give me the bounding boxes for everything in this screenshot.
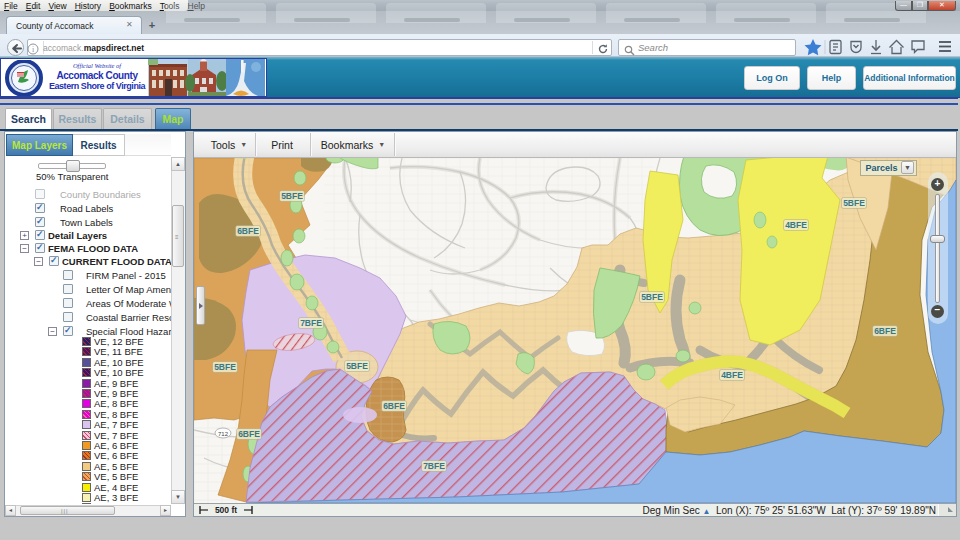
svg-text:6BFE: 6BFE <box>238 429 260 439</box>
svg-text:5BFE: 5BFE <box>214 362 236 372</box>
svg-text:6BFE: 6BFE <box>874 326 896 336</box>
svg-text:5BFE: 5BFE <box>843 198 865 208</box>
svg-text:5BFE: 5BFE <box>641 292 663 302</box>
svg-text:4BFE: 4BFE <box>785 220 807 230</box>
svg-text:5BFE: 5BFE <box>281 191 303 201</box>
svg-text:4BFE: 4BFE <box>721 370 743 380</box>
svg-text:500 ft: 500 ft <box>215 505 237 515</box>
svg-text:6BFE: 6BFE <box>383 401 405 411</box>
svg-text:712: 712 <box>218 431 229 437</box>
svg-text:7BFE: 7BFE <box>300 318 322 328</box>
svg-text:6BFE: 6BFE <box>237 226 259 236</box>
svg-text:7BFE: 7BFE <box>423 461 445 471</box>
svg-text:5BFE: 5BFE <box>346 361 368 371</box>
